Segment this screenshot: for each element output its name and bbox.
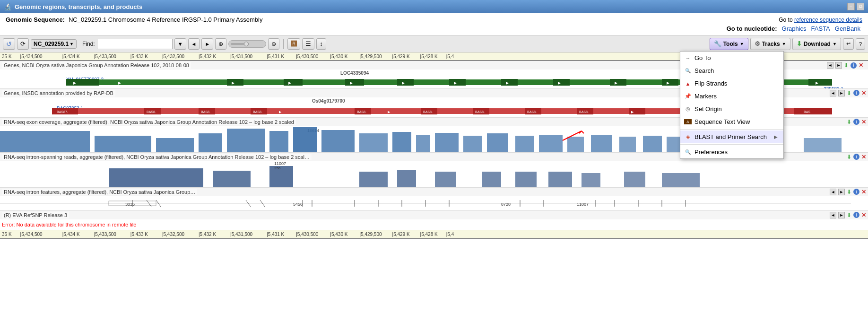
track2-scroll-left[interactable]: ◄	[830, 90, 836, 96]
svg-rect-8	[345, 79, 364, 86]
ruler-pos-5: |5,432,500	[162, 54, 184, 59]
track5-scroll-left[interactable]: ◄	[830, 189, 836, 195]
svg-rect-53	[794, 108, 832, 114]
ruler-pos-4: |5,433 K	[130, 54, 148, 59]
track5-download-icon[interactable]: ⬇	[847, 189, 851, 195]
bottom-ruler-pos-14: |5,4	[446, 232, 454, 237]
graphics-link[interactable]: Graphics	[782, 25, 807, 32]
fasta-link[interactable]: FASTA	[811, 25, 830, 32]
menu-item-search[interactable]: 🔍 Search	[680, 64, 783, 77]
track3-info-icon[interactable]: i	[853, 119, 859, 125]
ruler-pos-2: |5,434 K	[62, 54, 80, 59]
menu-item-goto[interactable]: → Go To	[680, 52, 783, 64]
svg-rect-91	[582, 173, 600, 187]
zoom-button[interactable]: ⊕	[215, 38, 226, 50]
track-intron-label: RNA-seq intron-spanning reads, aggregate…	[2, 154, 312, 160]
track-download-icon[interactable]: ⬇	[844, 62, 849, 69]
track6-info-icon[interactable]: i	[853, 212, 859, 218]
menu-item-set-origin[interactable]: ◎ Set Origin	[680, 103, 783, 115]
svg-rect-75	[667, 137, 681, 152]
bottom-ruler-pos-1: |5,434,500	[20, 232, 43, 237]
config1-button[interactable]: 🅰	[287, 38, 300, 50]
config2-button[interactable]: ☰	[302, 38, 314, 50]
maximize-button[interactable]: ⧉	[857, 3, 864, 10]
download-button[interactable]: ⬇ Download ▼	[792, 38, 841, 50]
svg-text:8728: 8728	[501, 202, 511, 207]
menu-item-seq-text[interactable]: A Sequence Text View	[680, 115, 783, 128]
zoom-out-button[interactable]: ⊖	[268, 38, 279, 50]
track4-info-icon[interactable]: i	[853, 154, 859, 160]
svg-rect-71	[567, 137, 584, 152]
back2-button[interactable]: ↩	[843, 38, 854, 50]
svg-text:BAS8.: BAS8.	[201, 110, 210, 113]
bottom-ruler-pos-4: |5,433 K	[130, 232, 148, 237]
download-arrow-icon: ▼	[833, 42, 837, 46]
flip-icon: ▲	[684, 81, 692, 87]
track-info-icon[interactable]: i	[851, 62, 857, 69]
tools-label: Tools	[723, 41, 738, 47]
track-scroll-right[interactable]: ►	[835, 62, 842, 69]
svg-text:BAS8.: BAS8.	[527, 110, 537, 113]
zoom-slider[interactable]	[228, 40, 266, 48]
tracks-button[interactable]: ⚙ Tracks ▼	[750, 38, 790, 50]
gene-right-id[interactable]: 335583.1	[824, 87, 843, 88]
track2-download-icon[interactable]: ⬇	[847, 90, 851, 96]
menu-item-preferences[interactable]: 🔍 Preferences	[680, 146, 783, 158]
track-scroll-left[interactable]: ◄	[827, 62, 833, 69]
svg-rect-14	[501, 79, 518, 86]
track5-info-icon[interactable]: i	[853, 189, 859, 195]
config3-button[interactable]: ↕	[316, 38, 326, 50]
refresh-button[interactable]: ↺	[3, 38, 15, 50]
back-button[interactable]: ◄	[188, 38, 200, 50]
tools-arrow-icon: ▼	[740, 42, 744, 46]
svg-text:BAS8.: BAS8.	[147, 110, 156, 113]
svg-rect-88	[482, 172, 501, 187]
svg-rect-55	[0, 131, 90, 152]
title-bar: 🔬 Genomic regions, transcripts, and prod…	[0, 0, 868, 13]
track6-download-icon[interactable]: ⬇	[847, 212, 851, 218]
track-eva-icons: ◄ ► ⬇ i ✕	[830, 212, 866, 218]
svg-text:BAS: BAS	[804, 110, 810, 113]
seq-id-display[interactable]: NC_029259.1 ▼	[31, 39, 77, 49]
track6-scroll-left[interactable]: ◄	[830, 212, 836, 218]
menu-item-markers[interactable]: 📌 Markers	[680, 90, 783, 103]
forward-button[interactable]: ►	[201, 38, 213, 50]
find-dropdown-button[interactable]: ▼	[174, 38, 186, 50]
track3-download-icon[interactable]: ⬇	[847, 119, 851, 125]
track6-scroll-right[interactable]: ►	[838, 212, 845, 218]
tools-button[interactable]: 🔧 Tools ▼	[710, 38, 748, 50]
track5-scroll-right[interactable]: ►	[838, 189, 845, 195]
genbank-link[interactable]: GenBank	[835, 25, 860, 32]
markers-label: Markers	[694, 93, 717, 100]
track2-info-icon[interactable]: i	[853, 90, 859, 96]
sync-button[interactable]: ⟳	[17, 38, 29, 50]
track5-close-icon[interactable]: ✕	[861, 189, 866, 195]
minimize-button[interactable]: −	[847, 3, 855, 10]
tracks-arrow-icon: ▼	[782, 42, 786, 46]
find-input[interactable]	[97, 39, 173, 49]
track-close-icon[interactable]: ✕	[859, 62, 863, 69]
help-button[interactable]: ?	[856, 38, 865, 50]
svg-rect-58	[199, 133, 222, 152]
track2-close-icon[interactable]: ✕	[861, 90, 866, 96]
forward-icon: ►	[205, 41, 210, 47]
track-features-content: 3035 5456 8728 1	[0, 196, 868, 210]
ruler-pos-10: |5,430 K	[330, 54, 347, 59]
menu-item-blast[interactable]: ◈ BLAST and Primer Search ▶	[680, 131, 783, 143]
bottom-ruler-pos-2: |5,434 K	[62, 232, 80, 237]
track-genes-ncbi-icons: ◄ ► ⬇ i ✕	[827, 62, 863, 69]
menu-item-flip[interactable]: ▲ Flip Strands	[680, 77, 783, 90]
track3-close-icon[interactable]: ✕	[861, 119, 866, 125]
track4-download-icon[interactable]: ⬇	[847, 154, 851, 160]
features-svg: 3035 5456 8728 1	[0, 196, 851, 210]
back-icon: ◄	[191, 41, 197, 47]
ref-seq-link[interactable]: reference sequence details	[794, 17, 862, 23]
track4-close-icon[interactable]: ✕	[861, 154, 866, 160]
toolbar-separator-1	[283, 39, 284, 49]
bottom-ruler: 35 K |5,434,500 |5,434 K |5,433,500 |5,4…	[0, 230, 868, 239]
track2-scroll-right[interactable]: ►	[838, 90, 845, 96]
track6-close-icon[interactable]: ✕	[861, 212, 866, 218]
track-rnaseq-icons: ⬇ i ✕	[847, 119, 866, 125]
svg-rect-61	[293, 127, 317, 152]
track-rnaseq-label: RNA-seq exon coverage, aggregate (filter…	[2, 119, 296, 125]
